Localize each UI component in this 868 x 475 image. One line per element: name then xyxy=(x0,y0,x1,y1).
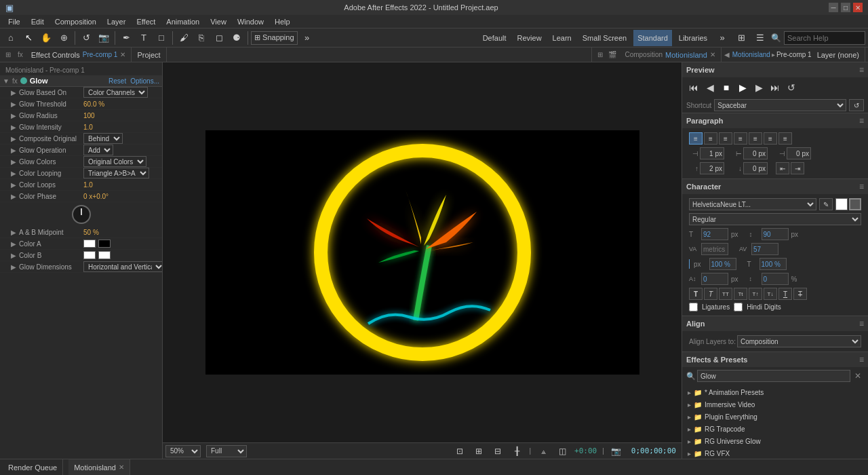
options-button[interactable]: Options... xyxy=(130,77,159,85)
motion-blur-btn[interactable]: ⟁ xyxy=(536,444,550,458)
indent-btn2[interactable]: ⇥ xyxy=(791,162,804,174)
paint-tool[interactable]: 🖌 xyxy=(176,30,192,46)
camera-tool[interactable]: 📷 xyxy=(96,30,112,46)
breadcrumb-motionisland[interactable]: Motionisland xyxy=(732,51,770,58)
select-tool[interactable]: ↖ xyxy=(20,30,37,46)
effects-search-input[interactable] xyxy=(697,370,850,382)
expand-glow-threshold[interactable]: ▶ xyxy=(11,100,16,108)
font-family-select[interactable]: HelveticaNeue LT... xyxy=(689,198,816,210)
align-to-select[interactable]: Composition xyxy=(737,335,861,347)
baseline-input[interactable] xyxy=(701,273,728,285)
align-settings-icon[interactable]: ≡ xyxy=(859,319,864,328)
underline-btn[interactable]: T xyxy=(778,288,792,300)
prop-val-color-phase[interactable]: 0 x+0.0° xyxy=(83,193,159,200)
menu-file[interactable]: File xyxy=(3,15,26,28)
preview-settings-icon[interactable]: ≡ xyxy=(859,65,864,75)
expand-ab-midpoint[interactable]: ▶ xyxy=(11,229,16,236)
menu-layer[interactable]: Layer xyxy=(102,15,132,28)
puppet-tool[interactable]: ⚈ xyxy=(229,30,245,46)
tab-effect-controls[interactable]: Effect Controls Pre-comp 1 ✕ xyxy=(26,48,132,62)
expand-glow-colors[interactable]: ▶ xyxy=(11,158,16,166)
grid-btn[interactable]: ⊟ xyxy=(491,444,505,458)
scale-v-input[interactable] xyxy=(760,258,787,270)
expand-color-looping[interactable]: ▶ xyxy=(11,170,16,177)
rotate-tool[interactable]: ↺ xyxy=(78,30,94,46)
fill-color-swatch[interactable] xyxy=(835,198,848,210)
home-button[interactable]: ⌂ xyxy=(3,30,19,46)
kerning-input[interactable] xyxy=(701,243,728,255)
guides-btn[interactable]: ╂ xyxy=(510,444,524,458)
align-justify-btn[interactable]: ≡ xyxy=(734,132,747,145)
prev-last-button[interactable]: ⏭ xyxy=(768,80,783,95)
effects-item-rg-universe-glow[interactable]: ▸ 📁 RG Universe Glow xyxy=(682,435,868,447)
effect-toggle[interactable]: ▼ xyxy=(3,77,9,85)
workspace-more[interactable]: » xyxy=(714,30,730,46)
smallcaps-btn[interactable]: Tt xyxy=(734,288,747,300)
glow-dimensions-select[interactable]: Horizontal and Vertical xyxy=(83,261,163,272)
menu-effect[interactable]: Effect xyxy=(131,15,161,28)
workspace-learn[interactable]: Learn xyxy=(549,30,576,46)
prop-val-color-loops[interactable]: 1.0 xyxy=(83,181,159,189)
tab-effect-controls-close[interactable]: ✕ xyxy=(120,51,125,58)
reset-button[interactable]: Reset xyxy=(108,77,126,85)
stroke-color-swatch[interactable] xyxy=(849,198,861,210)
workspace-small-screen[interactable]: Small Screen xyxy=(578,30,631,46)
menu-edit[interactable]: Edit xyxy=(26,15,50,28)
font-style-select[interactable]: Regular xyxy=(689,213,861,225)
expand-color-loops[interactable]: ▶ xyxy=(11,181,16,189)
italic-btn[interactable]: T xyxy=(704,288,717,300)
indent-right-input[interactable] xyxy=(743,147,768,159)
expand-glow-operation[interactable]: ▶ xyxy=(11,147,16,154)
eraser-tool[interactable]: ◻ xyxy=(211,30,227,46)
breadcrumb-precomp[interactable]: Pre-comp 1 xyxy=(776,51,812,58)
leading-input[interactable] xyxy=(762,228,789,240)
expand-glow-intensity[interactable]: ▶ xyxy=(11,124,16,131)
sub-btn[interactable]: T↓ xyxy=(764,288,777,300)
minimize-button[interactable]: ─ xyxy=(829,3,838,12)
prop-val-ab-midpoint[interactable]: 50 % xyxy=(83,229,159,236)
paragraph-settings-icon[interactable]: ≡ xyxy=(859,116,864,126)
glow-operation-select[interactable]: Add xyxy=(83,145,113,155)
workspace-default[interactable]: Default xyxy=(479,30,511,46)
shape-tool[interactable]: □ xyxy=(153,30,170,46)
tl-tab-motionisland[interactable]: Motionisland ✕ xyxy=(68,459,130,476)
tl-tab-render-queue[interactable]: Render Queue xyxy=(3,459,63,476)
align-full-btn[interactable]: ≡ xyxy=(778,132,792,145)
prev-loop-button[interactable]: ↺ xyxy=(784,80,799,95)
effects-item-immersive[interactable]: ▸ 📁 Immersive Video xyxy=(682,398,868,411)
prev-back-button[interactable]: ◀ xyxy=(703,80,717,95)
hindi-checkbox[interactable] xyxy=(734,303,743,311)
menu-view[interactable]: View xyxy=(205,15,232,28)
font-style-edit-btn[interactable]: ✎ xyxy=(819,198,833,210)
effect-enabled-dot[interactable] xyxy=(20,77,27,84)
bold-btn[interactable]: T xyxy=(689,288,703,300)
zoom-select[interactable]: 50% 25% 100% xyxy=(165,445,201,457)
space-after-input[interactable] xyxy=(743,162,768,174)
hand-tool[interactable]: ✋ xyxy=(38,30,54,46)
workspace-libraries[interactable]: Libraries xyxy=(675,30,711,46)
glow-colors-select[interactable]: Original Colors xyxy=(83,156,146,167)
expand-color-b[interactable]: ▶ xyxy=(11,252,16,259)
first-line-input[interactable] xyxy=(787,147,811,159)
dial-circle[interactable] xyxy=(72,205,91,224)
tab-composition-close[interactable]: ✕ xyxy=(710,51,715,58)
tsuki-input[interactable] xyxy=(762,273,789,285)
quality-select[interactable]: Full Half Quarter xyxy=(206,445,247,457)
draft-btn[interactable]: ◫ xyxy=(555,444,569,458)
align-justify3-btn[interactable]: ≡ xyxy=(764,132,777,145)
workspace-standard[interactable]: Standard xyxy=(633,30,672,46)
prop-val-glow-radius[interactable]: 100 xyxy=(83,112,159,119)
shortcut-select[interactable]: Spacebar xyxy=(714,99,846,111)
prev-play-button[interactable]: ▶ xyxy=(735,80,750,95)
search-input[interactable] xyxy=(784,31,865,45)
allcaps-btn[interactable]: TT xyxy=(719,288,732,300)
transparency-btn[interactable]: ⊞ xyxy=(472,444,486,458)
tracking-input[interactable] xyxy=(751,243,778,255)
clone-tool[interactable]: ⎘ xyxy=(193,30,210,46)
character-settings-icon[interactable]: ≡ xyxy=(859,182,864,191)
color-b-swatch2[interactable] xyxy=(98,251,111,259)
expand-glow-based-on[interactable]: ▶ xyxy=(11,89,16,96)
glow-based-on-select[interactable]: Color Channels xyxy=(83,87,148,98)
tab-composition[interactable]: Composition Motionisland ✕ xyxy=(619,48,721,62)
color-b-swatch[interactable] xyxy=(83,251,96,259)
